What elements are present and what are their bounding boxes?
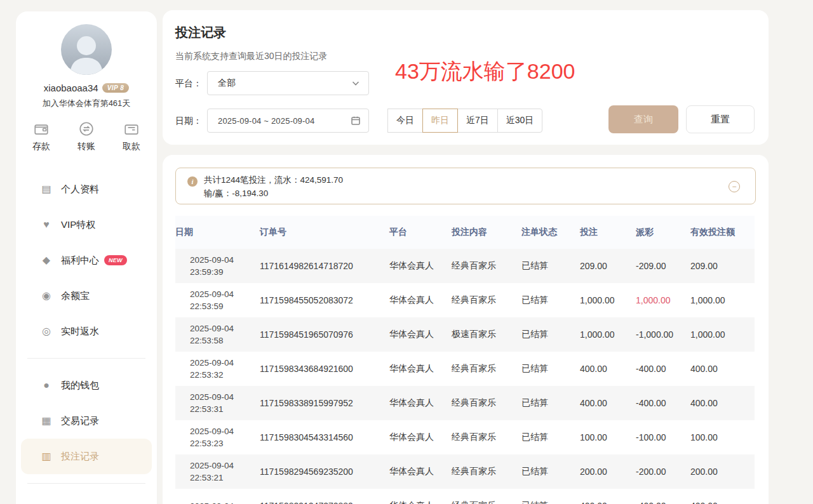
cell-date: 2025-09-04 22:53:31 (175, 386, 260, 420)
vip-heart-icon: ♥ (40, 220, 53, 230)
cell-valid-amount: 209.00 (690, 249, 755, 283)
sidebar-menu-item[interactable]: ▩ 兑奖记录 (21, 493, 152, 504)
cell-order-number: 1171598338915997952 (260, 386, 389, 420)
cell-bet-amount: 400.00 (580, 489, 636, 504)
reset-button[interactable]: 重置 (686, 105, 755, 133)
sidebar-menu-secondary: ● 我的钱包 ▦ 交易记录 ▥ 投注记录 (16, 368, 157, 474)
quick-date-range-group: 今日 昨日 近7日 近30日 (388, 109, 542, 133)
sidebar-item-label: 我的钱包 (61, 380, 99, 392)
cell-bet-amount: 1,000.00 (580, 317, 636, 352)
cell-bet-amount: 400.00 (580, 352, 636, 386)
cell-status: 已结算 (521, 249, 580, 283)
money-bag-icon: ◉ (40, 291, 53, 301)
cell-status: 已结算 (521, 420, 580, 454)
cell-status: 已结算 (521, 454, 580, 489)
sidebar-divider (27, 358, 145, 359)
quick-actions: 存款 转账 取款 (32, 121, 140, 152)
cell-date: 2025-09-04 22:53:32 (175, 352, 260, 386)
sidebar-menu-item[interactable]: ▥ 投注记录 (21, 439, 152, 474)
cell-order-number: 1171598291247370880 (260, 489, 389, 504)
cell-bet-content: 经典百家乐 (452, 249, 521, 283)
cell-order-number: 1171614982614718720 (260, 249, 389, 283)
cell-order-number: 1171598304543314560 (260, 420, 389, 454)
quick-date-range-button[interactable]: 昨日 (422, 109, 458, 133)
sidebar: xiaobaoaa34 VIP 8 加入华体会体育第461天 存款 转账 取款 (16, 11, 157, 504)
cell-valid-amount: 400.00 (690, 352, 755, 386)
cell-date: 2025-09-04 22:53:59 (175, 283, 260, 317)
cell-bet-content: 经典百家乐 (452, 352, 521, 386)
cell-status: 已结算 (521, 352, 580, 386)
calendar-icon (351, 116, 361, 126)
date-label: 日期： (175, 109, 202, 133)
table-row: 2025-09-04 22:53:59 1171598455052083072 … (175, 283, 755, 317)
summary-line-1: 共计1244笔投注，流水：424,591.70 (204, 173, 723, 187)
collapse-icon[interactable]: − (729, 181, 740, 192)
cell-valid-amount: 1,000.00 (690, 317, 755, 352)
transfer-button[interactable]: 转账 (77, 121, 95, 152)
cell-platform: 华体会真人 (389, 352, 452, 386)
withdraw-button[interactable]: 取款 (123, 121, 140, 152)
gift-icon: ◆ (40, 255, 53, 265)
avatar (61, 24, 112, 75)
cell-payout: -400.00 (636, 352, 690, 386)
cell-payout: -1,000.00 (636, 317, 690, 352)
table-row: 2025-09-04 22:53:21 1171598294569235200 … (175, 454, 755, 489)
sidebar-menu-item[interactable]: ◎ 实时返水 (21, 314, 152, 349)
cell-platform: 华体会真人 (389, 420, 452, 454)
wallet-icon (33, 121, 50, 137)
cell-bet-content: 经典百家乐 (452, 420, 521, 454)
sidebar-item-label: 投注记录 (61, 451, 99, 463)
info-icon: i (187, 176, 198, 187)
platform-select[interactable]: 全部 (207, 71, 369, 95)
cell-order-number: 1171598294569235200 (260, 454, 389, 489)
quick-date-range-button[interactable]: 近7日 (457, 109, 498, 133)
table-header-cell: 日期 (175, 216, 260, 249)
sidebar-menu-item[interactable]: ◆ 福利中心 NEW (21, 242, 152, 278)
cell-date: 2025-09-04 23:59:39 (175, 249, 260, 283)
quick-date-range-button[interactable]: 今日 (387, 109, 423, 133)
sidebar-menu-item[interactable]: ● 我的钱包 (21, 368, 152, 403)
table-header-cell: 投注内容 (452, 216, 521, 249)
join-days-text: 加入华体会体育第461天 (16, 98, 157, 109)
cell-date: 2025-09-04 (175, 489, 260, 504)
cell-bet-amount: 200.00 (580, 454, 636, 489)
sidebar-menu-item[interactable]: ▦ 交易记录 (21, 403, 152, 439)
sidebar-item-label: 交易记录 (61, 415, 99, 427)
date-range-input[interactable]: 2025-09-04 ~ 2025-09-04 (207, 109, 369, 133)
table-row: 2025-09-04 1171598291247370880 华体会真人 经典百… (175, 489, 755, 504)
page-title: 投注记录 (175, 24, 226, 41)
id-card-icon: ▤ (40, 184, 53, 194)
quick-date-range-button[interactable]: 近30日 (497, 109, 543, 133)
rebate-icon: ◎ (40, 326, 53, 336)
sidebar-menu-item[interactable]: ▤ 个人资料 (21, 171, 152, 207)
deposit-button[interactable]: 存款 (32, 121, 50, 152)
cell-status: 已结算 (521, 283, 580, 317)
cell-bet-amount: 209.00 (580, 249, 636, 283)
username: xiaobaoaa34 (44, 83, 98, 93)
cell-payout: -400.00 (636, 386, 690, 420)
table-body: 2025-09-04 23:59:39 1171614982614718720 … (175, 249, 755, 504)
chevron-down-icon (351, 78, 361, 88)
cell-valid-amount: 1,000.00 (690, 283, 755, 317)
sidebar-menu-item[interactable]: ♥ VIP特权 (21, 207, 152, 242)
cell-bet-content: 经典百家乐 (452, 489, 521, 504)
transaction-record-icon: ▦ (40, 416, 53, 426)
query-button[interactable]: 查询 (608, 105, 678, 133)
cell-valid-amount: 100.00 (690, 420, 755, 454)
cell-bet-amount: 400.00 (580, 386, 636, 420)
sidebar-item-label: VIP特权 (61, 219, 95, 231)
cell-payout: -400.00 (636, 489, 690, 504)
cell-payout: -200.00 (636, 454, 690, 489)
table-header-cell: 订单号 (260, 216, 389, 249)
sidebar-divider (27, 483, 145, 484)
sidebar-menu-item[interactable]: ◉ 余额宝 (21, 278, 152, 314)
cell-date: 2025-09-04 22:53:21 (175, 454, 260, 489)
cell-platform: 华体会真人 (389, 317, 452, 352)
cell-bet-content: 经典百家乐 (452, 454, 521, 489)
cell-bet-amount: 1,000.00 (580, 283, 636, 317)
bet-records-table: 日期 订单号 平台 投注内容 注单状态 投注 派彩 有效投注额 (175, 216, 755, 504)
table-header-cell: 派彩 (636, 216, 690, 249)
table-row: 2025-09-04 22:53:31 1171598338915997952 … (175, 386, 755, 420)
action-label: 转账 (77, 141, 95, 152)
platform-select-value: 全部 (218, 77, 351, 89)
